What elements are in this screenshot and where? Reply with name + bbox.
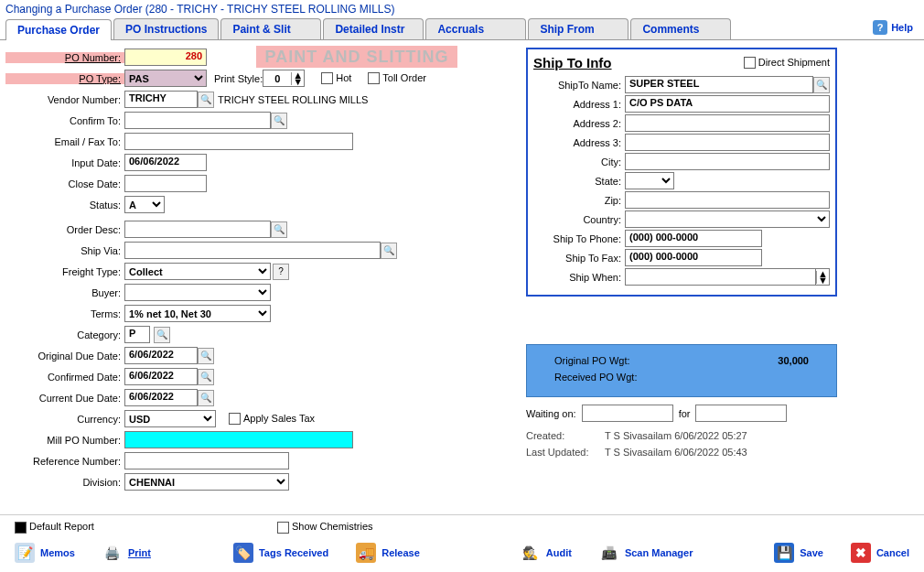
po-number-label: PO Number: xyxy=(5,52,124,63)
direct-shipment-checkbox[interactable] xyxy=(744,57,756,69)
original-due-field[interactable]: 6/06/2022 xyxy=(124,347,198,364)
category-lookup-icon[interactable]: 🔍 xyxy=(154,327,170,343)
reference-label: Reference Number: xyxy=(5,456,124,467)
status-select[interactable]: A xyxy=(124,196,165,213)
confirm-to-lookup-icon[interactable]: 🔍 xyxy=(271,113,287,129)
close-date-field[interactable] xyxy=(124,175,207,192)
updated-row: Last Updated: T S Sivasailam 6/06/2022 0… xyxy=(526,447,837,458)
waiting-on-label: Waiting on: xyxy=(526,408,576,419)
toll-order-checkbox[interactable] xyxy=(368,72,380,84)
apply-tax-label: Apply Sales Tax xyxy=(243,413,315,424)
window-title: Changing a Purchase Order (280 - TRICHY … xyxy=(0,0,924,18)
audit-button[interactable]: 🕵️Audit xyxy=(515,541,577,565)
tab-detailed-instr[interactable]: Detailed Instr xyxy=(323,18,424,39)
po-number-field[interactable]: 280 xyxy=(124,49,207,66)
division-select[interactable]: CHENNAI xyxy=(124,473,289,491)
tab-purchase-order[interactable]: Purchase Order xyxy=(5,19,112,40)
freight-help-button[interactable]: ? xyxy=(273,264,289,280)
current-due-lookup-icon[interactable]: 🔍 xyxy=(198,390,214,406)
received-wgt-label: Received PO Wgt: xyxy=(554,372,637,383)
confirmed-date-lookup-icon[interactable]: 🔍 xyxy=(198,369,214,385)
tab-paint-slit[interactable]: Paint & Slit xyxy=(220,18,321,39)
cancel-button[interactable]: ✖Cancel xyxy=(845,541,915,565)
vendor-number-field[interactable]: TRICHY xyxy=(124,91,198,108)
ship-via-field[interactable] xyxy=(124,242,381,259)
created-row: Created: T S Sivasailam 6/06/2022 05:27 xyxy=(526,430,837,441)
input-date-field[interactable]: 06/06/2022 xyxy=(124,154,207,171)
detective-icon: 🕵️ xyxy=(521,543,541,563)
created-label: Created: xyxy=(526,430,599,441)
terms-label: Terms: xyxy=(5,308,124,319)
order-desc-lookup-icon[interactable]: 🔍 xyxy=(271,221,287,238)
mill-po-field[interactable] xyxy=(124,431,353,448)
phone-field[interactable]: (000) 000-0000 xyxy=(625,230,762,247)
addr2-label: Address 2: xyxy=(533,118,625,129)
tab-accruals[interactable]: Accruals xyxy=(425,18,526,39)
updated-label: Last Updated: xyxy=(526,447,599,458)
save-button[interactable]: 💾Save xyxy=(768,541,829,565)
order-desc-field[interactable] xyxy=(124,221,271,238)
freight-type-select[interactable]: Collect xyxy=(124,263,271,280)
hot-label: Hot xyxy=(336,72,351,83)
waiting-on-field[interactable] xyxy=(582,405,673,422)
addr3-field[interactable] xyxy=(625,134,830,151)
original-due-lookup-icon[interactable]: 🔍 xyxy=(198,348,214,364)
toll-order-label: Toll Order xyxy=(382,72,426,83)
chevron-down-icon[interactable]: ▼ xyxy=(817,277,829,284)
direct-shipment-label: Direct Shipment xyxy=(758,57,830,68)
buyer-select[interactable] xyxy=(124,284,271,301)
zip-field[interactable] xyxy=(625,191,830,209)
show-chemistries-checkbox[interactable] xyxy=(277,522,289,534)
cancel-label: Cancel xyxy=(876,547,909,558)
email-fax-field[interactable] xyxy=(124,133,353,150)
memos-button[interactable]: 📝Memos xyxy=(9,541,81,565)
tags-label: Tags Received xyxy=(259,547,328,558)
fax-label: Ship To Fax: xyxy=(533,253,625,264)
currency-select[interactable]: USD xyxy=(124,410,216,427)
current-due-field[interactable]: 6/06/2022 xyxy=(124,389,198,406)
confirmed-date-field[interactable]: 6/06/2022 xyxy=(124,368,198,385)
shipto-name-field[interactable]: SUPER STEEL xyxy=(625,76,813,93)
updated-value: T S Sivasailam 6/06/2022 05:43 xyxy=(605,447,747,458)
tab-ship-from[interactable]: Ship From xyxy=(528,18,629,39)
email-fax-label: Email / Fax To: xyxy=(5,136,124,147)
state-select[interactable] xyxy=(625,172,674,189)
waiting-for-field[interactable] xyxy=(695,405,787,422)
release-button[interactable]: 🚚Release xyxy=(350,541,425,565)
fax-field[interactable]: (000) 000-0000 xyxy=(625,249,762,266)
default-report-checkbox[interactable] xyxy=(15,522,27,534)
reference-field[interactable] xyxy=(124,452,289,469)
addr2-field[interactable] xyxy=(625,114,830,132)
default-report-label: Default Report xyxy=(29,521,94,532)
help-link[interactable]: ? Help xyxy=(873,20,913,35)
tab-po-instructions[interactable]: PO Instructions xyxy=(113,18,219,39)
po-type-select[interactable]: PAS xyxy=(124,70,207,87)
print-button[interactable]: 🖨️Print xyxy=(97,541,156,565)
city-field[interactable] xyxy=(625,153,830,170)
tab-comments[interactable]: Comments xyxy=(630,18,731,39)
scan-manager-button[interactable]: 📠Scan Manager xyxy=(594,541,699,565)
tags-received-button[interactable]: 🏷️Tags Received xyxy=(228,541,334,565)
country-select[interactable] xyxy=(625,210,830,228)
confirm-to-field[interactable] xyxy=(124,112,271,129)
shipto-name-lookup-icon[interactable]: 🔍 xyxy=(813,77,830,93)
vendor-name-text: TRICHY STEEL ROLLING MILLS xyxy=(218,94,368,105)
addr1-field[interactable]: C/O PS DATA xyxy=(625,95,830,113)
print-label: Print xyxy=(128,547,151,558)
apply-tax-checkbox[interactable] xyxy=(229,413,241,425)
created-value: T S Sivasailam 6/06/2022 05:27 xyxy=(605,430,747,441)
ship-when-field[interactable] xyxy=(625,268,816,286)
ship-when-label: Ship When: xyxy=(533,272,625,283)
hot-checkbox[interactable] xyxy=(321,72,333,84)
tag-icon: 🏷️ xyxy=(233,543,253,563)
current-due-label: Current Due Date: xyxy=(5,393,124,404)
scan-label: Scan Manager xyxy=(625,547,693,558)
terms-select[interactable]: 1% net 10, Net 30 xyxy=(124,305,271,322)
category-field[interactable]: P xyxy=(124,326,150,343)
vendor-lookup-icon[interactable]: 🔍 xyxy=(198,92,214,108)
chevron-down-icon[interactable]: ▼ xyxy=(292,79,304,85)
print-style-stepper[interactable]: 0 ▲▼ xyxy=(263,70,305,87)
currency-label: Currency: xyxy=(5,414,124,425)
zip-label: Zip: xyxy=(533,195,625,206)
ship-via-lookup-icon[interactable]: 🔍 xyxy=(381,243,397,259)
